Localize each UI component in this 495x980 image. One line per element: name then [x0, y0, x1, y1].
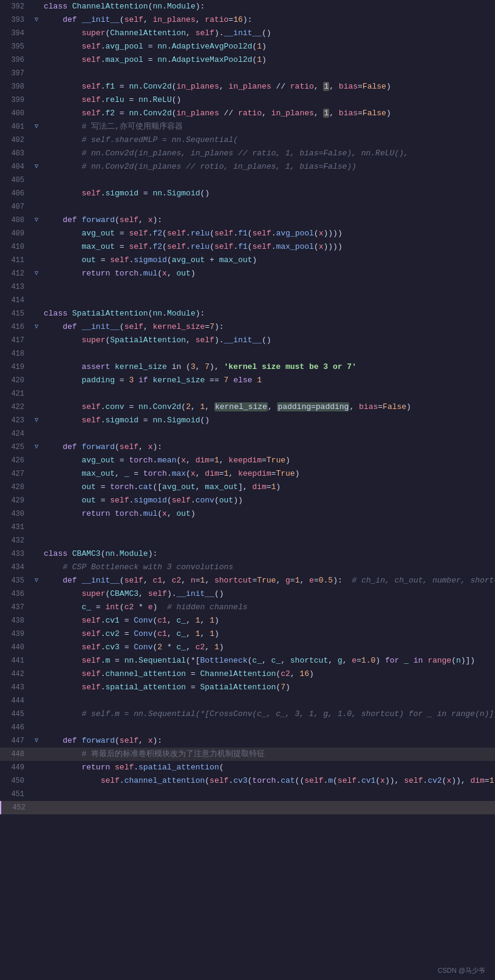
line-number: 409 — [0, 227, 32, 240]
code-line-429: 429 out = self.sigmoid(self.conv(out)) — [0, 494, 495, 507]
code-content: def __init__(self, kernel_size=7): — [41, 320, 495, 334]
fold-gutter[interactable]: ▽ — [32, 574, 41, 587]
line-number: 448 — [0, 748, 32, 761]
fold-gutter[interactable]: ▽ — [32, 320, 41, 334]
code-content: avg_out = self.f2(self.relu(self.f1(self… — [41, 227, 495, 240]
line-number: 397 — [0, 67, 32, 80]
code-content: padding = 3 if kernel_size == 7 else 1 — [41, 374, 495, 387]
code-line-427: 427 max_out, _ = torch.max(x, dim=1, kee… — [0, 467, 495, 481]
line-number: 439 — [0, 627, 32, 641]
fold-gutter[interactable]: ▽ — [32, 13, 41, 27]
code-content: self.f1 = nn.Conv2d(in_planes, in_planes… — [41, 80, 495, 93]
line-number: 401 — [0, 120, 32, 133]
code-line-425: 425▽ def forward(self, x): — [0, 441, 495, 454]
code-line-414: 414 — [0, 294, 495, 307]
code-content: # CSP Bottleneck with 3 convolutions — [41, 561, 495, 574]
code-line-397: 397 — [0, 67, 495, 80]
code-content: return self.spatial_attention( — [41, 761, 495, 774]
code-line-392: 392class ChannelAttention(nn.Module): — [0, 0, 495, 13]
line-number: 408 — [0, 214, 32, 227]
line-number: 392 — [0, 0, 32, 13]
code-line-395: 395 self.avg_pool = nn.AdaptiveAvgPool2d… — [0, 40, 495, 53]
code-line-446: 446 — [0, 721, 495, 734]
line-number: 394 — [0, 27, 32, 40]
code-content: self.sigmoid = nn.Sigmoid() — [41, 187, 495, 200]
code-content: def forward(self, x): — [41, 214, 495, 227]
fold-gutter[interactable]: ▽ — [32, 734, 41, 748]
code-content: self.channel_attention = ChannelAttentio… — [41, 667, 495, 681]
code-line-402: 402 # self.sharedMLP = nn.Sequential( — [0, 133, 495, 147]
code-content: self.cv2 = Conv(c1, c_, 1, 1) — [41, 627, 495, 641]
line-number: 404 — [0, 160, 32, 174]
code-line-442: 442 self.channel_attention = ChannelAtte… — [0, 667, 495, 681]
line-number: 406 — [0, 187, 32, 200]
code-line-410: 410 max_out = self.f2(self.relu(self.f1(… — [0, 240, 495, 254]
fold-gutter[interactable]: ▽ — [32, 120, 41, 133]
line-number: 447 — [0, 734, 32, 748]
code-line-394: 394 super(ChannelAttention, self).__init… — [0, 27, 495, 40]
code-line-452: 452 — [0, 801, 495, 814]
line-number: 438 — [0, 614, 32, 627]
code-content: out = torch.cat([avg_out, max_out], dim=… — [41, 481, 495, 494]
code-line-409: 409 avg_out = self.f2(self.relu(self.f1(… — [0, 227, 495, 240]
code-line-398: 398 self.f1 = nn.Conv2d(in_planes, in_pl… — [0, 80, 495, 93]
line-number: 413 — [0, 280, 32, 294]
code-content: def __init__(self, c1, c2, n=1, shortcut… — [41, 574, 495, 587]
code-line-413: 413 — [0, 280, 495, 294]
line-number: 445 — [0, 708, 32, 721]
line-number: 422 — [0, 400, 32, 414]
code-line-416: 416▽ def __init__(self, kernel_size=7): — [0, 320, 495, 334]
code-content: def forward(self, x): — [41, 441, 495, 454]
code-line-403: 403 # nn.Conv2d(in_planes, in_planes // … — [0, 147, 495, 160]
code-content: super(ChannelAttention, self).__init__() — [41, 27, 495, 40]
code-content: # 将最后的标准卷积模块改为了注意力机制提取特征 — [41, 748, 495, 761]
code-content: self.m = nn.Sequential(*[Bottleneck(c_, … — [41, 654, 495, 667]
code-content: self.channel_attention(self.cv3(torch.ca… — [41, 774, 495, 788]
line-number: 446 — [0, 721, 32, 734]
code-line-415: 415class SpatialAttention(nn.Module): — [0, 307, 495, 320]
code-line-436: 436 super(CBAMC3, self).__init__() — [0, 587, 495, 601]
code-content: # nn.Conv2d(in_planes, in_planes // rati… — [41, 147, 495, 160]
code-line-437: 437 c_ = int(c2 * e) # hidden channels — [0, 601, 495, 614]
code-line-424: 424 — [0, 427, 495, 441]
code-content: self.relu = nn.ReLU() — [41, 93, 495, 107]
line-number: 403 — [0, 147, 32, 160]
line-number: 449 — [0, 761, 32, 774]
code-content: class ChannelAttention(nn.Module): — [41, 0, 495, 13]
line-number: 417 — [0, 334, 32, 347]
code-line-448: 448 # 将最后的标准卷积模块改为了注意力机制提取特征 — [0, 748, 495, 761]
code-line-421: 421 — [0, 387, 495, 400]
code-line-396: 396 self.max_pool = nn.AdaptiveMaxPool2d… — [0, 53, 495, 67]
line-number: 429 — [0, 494, 32, 507]
line-number: 393 — [0, 13, 32, 27]
line-number: 437 — [0, 601, 32, 614]
line-number: 418 — [0, 347, 32, 360]
code-line-445: 445 # self.m = nn.Sequential(*[CrossConv… — [0, 708, 495, 721]
line-number: 440 — [0, 641, 32, 654]
code-content: class SpatialAttention(nn.Module): — [41, 307, 495, 320]
code-content: # self.m = nn.Sequential(*[CrossConv(c_,… — [41, 708, 495, 721]
fold-gutter[interactable]: ▽ — [32, 267, 41, 280]
line-number: 411 — [0, 254, 32, 267]
code-line-432: 432 — [0, 534, 495, 547]
code-content: # nn.Conv2d(in_planes // rotio, in_plane… — [41, 160, 495, 174]
code-content: super(CBAMC3, self).__init__() — [41, 587, 495, 601]
fold-gutter[interactable]: ▽ — [32, 441, 41, 454]
code-line-430: 430 return torch.mul(x, out) — [0, 507, 495, 521]
line-number: 423 — [0, 414, 32, 427]
line-number: 407 — [0, 200, 32, 214]
code-content: max_out = self.f2(self.relu(self.f1(self… — [41, 240, 495, 254]
fold-gutter[interactable]: ▽ — [32, 214, 41, 227]
code-line-406: 406 self.sigmoid = nn.Sigmoid() — [0, 187, 495, 200]
code-line-447: 447▽ def forward(self, x): — [0, 734, 495, 748]
code-content: # self.sharedMLP = nn.Sequential( — [41, 133, 495, 147]
code-line-440: 440 self.cv3 = Conv(2 * c_, c2, 1) — [0, 641, 495, 654]
fold-gutter[interactable]: ▽ — [32, 414, 41, 427]
line-number: 396 — [0, 53, 32, 67]
line-number: 405 — [0, 174, 32, 187]
fold-gutter[interactable]: ▽ — [32, 160, 41, 174]
code-line-411: 411 out = self.sigmoid(avg_out + max_out… — [0, 254, 495, 267]
line-number: 398 — [0, 80, 32, 93]
code-line-435: 435▽ def __init__(self, c1, c2, n=1, sho… — [0, 574, 495, 587]
code-line-438: 438 self.cv1 = Conv(c1, c_, 1, 1) — [0, 614, 495, 627]
